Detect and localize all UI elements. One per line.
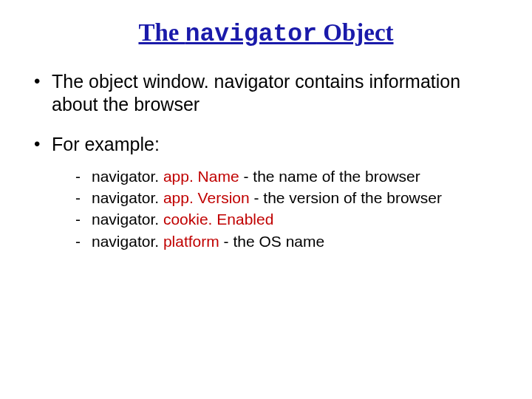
list-item: navigator. app. Name - the name of the b… — [74, 166, 510, 186]
sub-rest: - the OS name — [219, 233, 324, 250]
bullet-text: The object window. navigator contains in… — [52, 71, 460, 115]
sub-prop: platform — [163, 233, 219, 250]
title-prefix: The — [138, 19, 185, 46]
list-item: navigator. platform - the OS name — [74, 231, 510, 251]
list-item: navigator. cookie. Enabled — [74, 209, 510, 229]
bullet-item: The object window. navigator contains in… — [31, 70, 510, 117]
sub-prop: cookie. Enabled — [163, 211, 273, 228]
sub-obj: navigator. — [92, 233, 163, 250]
sub-list: navigator. app. Name - the name of the b… — [52, 166, 510, 251]
list-item: navigator. app. Version - the version of… — [74, 188, 510, 208]
sub-obj: navigator. — [92, 168, 163, 185]
title-code: navigator — [185, 21, 317, 48]
slide: The navigator Object The object window. … — [0, 0, 532, 399]
slide-title: The navigator Object — [22, 19, 510, 48]
title-suffix: Object — [317, 19, 394, 46]
bullet-text: For example: — [52, 134, 160, 154]
sub-rest: - the name of the browser — [239, 168, 420, 185]
sub-rest: - the version of the browser — [250, 189, 442, 206]
sub-obj: navigator. — [92, 211, 163, 228]
bullet-item: For example: navigator. app. Name - the … — [31, 133, 510, 251]
sub-obj: navigator. — [92, 189, 163, 206]
sub-prop: app. Version — [163, 189, 250, 206]
sub-prop: app. Name — [163, 168, 239, 185]
bullet-list: The object window. navigator contains in… — [22, 70, 510, 251]
